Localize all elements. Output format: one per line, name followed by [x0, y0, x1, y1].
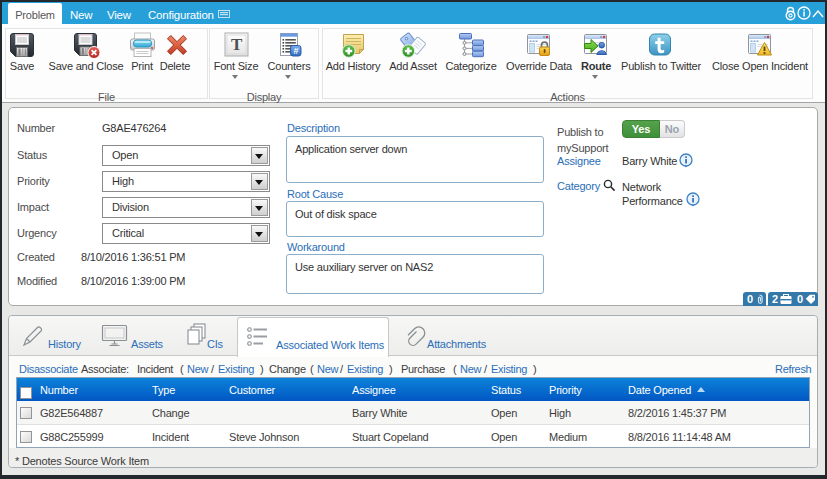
svg-text:T: T	[231, 35, 243, 54]
svg-text:#: #	[293, 46, 298, 56]
